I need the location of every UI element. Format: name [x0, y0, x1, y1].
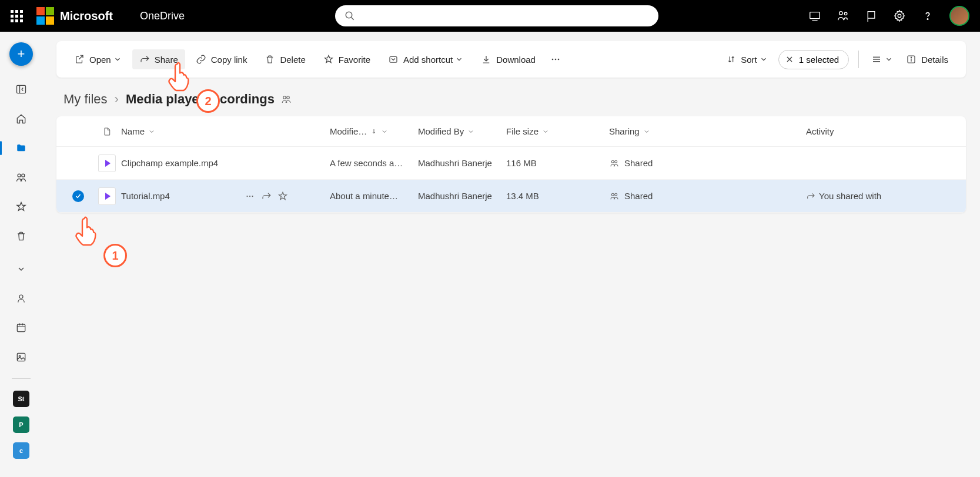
column-modified[interactable]: Modifie…	[330, 126, 418, 136]
main-content: Open Share Copy link Delete Favorite Add…	[42, 32, 980, 477]
add-new-button[interactable]: +	[9, 42, 33, 66]
help-icon[interactable]	[921, 9, 934, 22]
file-name[interactable]: Clipchamp example.mp4	[121, 158, 218, 168]
more-icon	[550, 53, 561, 65]
share-button[interactable]: Share	[132, 49, 185, 69]
app-name[interactable]: OneDrive	[140, 10, 185, 22]
svg-point-32	[615, 160, 617, 163]
search-icon	[344, 11, 355, 21]
open-button[interactable]: Open	[67, 49, 129, 69]
svg-point-6	[898, 14, 901, 18]
sharing-cell[interactable]: Shared	[609, 191, 653, 201]
open-icon	[74, 54, 85, 65]
column-modified-by[interactable]: Modified By	[418, 126, 506, 136]
row-favorite-icon[interactable]	[277, 191, 288, 201]
favorite-button[interactable]: Favorite	[316, 49, 377, 69]
brand-text: Microsoft	[60, 9, 113, 23]
breadcrumb-root[interactable]: My files	[63, 92, 108, 107]
column-sharing[interactable]: Sharing	[609, 126, 806, 136]
row-checkbox[interactable]	[72, 190, 84, 202]
svg-point-12	[19, 295, 23, 298]
chevron-down-icon	[381, 128, 388, 135]
svg-point-36	[611, 193, 614, 196]
microsoft-logo[interactable]: Microsoft	[36, 7, 113, 25]
star-icon	[323, 54, 334, 65]
svg-rect-13	[17, 324, 25, 332]
svg-point-37	[615, 193, 617, 196]
app-launcher-icon[interactable]	[7, 6, 26, 25]
app-tile-p[interactable]: P	[13, 416, 29, 433]
modified-cell: A few seconds a…	[330, 158, 418, 168]
nav-shared-icon[interactable]	[9, 167, 33, 188]
details-button[interactable]: Details	[899, 49, 955, 69]
more-actions-button[interactable]	[546, 49, 565, 70]
row-more-icon[interactable]	[245, 191, 255, 201]
svg-line-1	[351, 17, 354, 20]
search-box[interactable]	[335, 5, 658, 26]
svg-point-34	[249, 195, 250, 196]
sort-down-icon	[370, 127, 377, 136]
view-switcher-button[interactable]	[868, 49, 895, 69]
nav-calendar-icon[interactable]	[9, 317, 33, 338]
table-row[interactable]: Tutorial.mp4 About a minute… Madhushri B…	[56, 180, 966, 213]
svg-point-22	[558, 59, 560, 61]
shortcut-icon	[388, 54, 399, 65]
link-icon	[196, 54, 206, 65]
nav-files-icon[interactable]	[9, 137, 33, 159]
table-header: Name Modifie… Modified By File size Shar…	[56, 116, 966, 147]
svg-point-28	[911, 57, 912, 58]
shared-icon	[609, 192, 620, 201]
svg-point-29	[283, 96, 286, 99]
shared-icon	[609, 159, 620, 168]
left-navigation: + St P c	[0, 32, 42, 477]
settings-icon[interactable]	[893, 9, 906, 22]
sort-icon	[727, 55, 736, 64]
devices-icon[interactable]	[808, 9, 821, 22]
svg-point-31	[611, 160, 614, 163]
size-cell: 116 MB	[506, 158, 609, 168]
user-avatar[interactable]	[949, 6, 969, 26]
file-table: Name Modifie… Modified By File size Shar…	[56, 116, 966, 213]
row-share-icon[interactable]	[261, 191, 272, 201]
nav-expand-icon[interactable]	[9, 258, 33, 280]
nav-panel-icon[interactable]	[9, 79, 33, 100]
file-name[interactable]: Tutorial.mp4	[121, 191, 170, 201]
modified-cell: About a minute…	[330, 191, 418, 201]
svg-rect-8	[17, 85, 26, 93]
chevron-right-icon: ›	[115, 92, 119, 107]
modified-by-cell: Madhushri Banerje	[418, 191, 506, 201]
nav-people-icon[interactable]	[9, 288, 33, 309]
svg-point-20	[552, 59, 554, 61]
svg-point-0	[346, 12, 352, 18]
selection-count[interactable]: 1 selected	[778, 50, 849, 69]
delete-button[interactable]: Delete	[257, 49, 312, 69]
sort-button[interactable]: Sort	[720, 50, 775, 69]
download-button[interactable]: Download	[474, 49, 543, 69]
svg-point-5	[844, 12, 847, 15]
feedback-icon[interactable]	[865, 9, 878, 22]
search-input[interactable]	[361, 11, 649, 21]
nav-favorites-icon[interactable]	[9, 196, 33, 217]
add-shortcut-button[interactable]: Add shortcut	[381, 49, 470, 69]
copy-link-button[interactable]: Copy link	[189, 49, 255, 69]
close-icon[interactable]	[785, 55, 794, 64]
app-tile-st[interactable]: St	[13, 391, 29, 407]
svg-point-33	[246, 195, 247, 196]
teams-icon[interactable]	[837, 9, 849, 22]
table-row[interactable]: Clipchamp example.mp4 A few seconds a… M…	[56, 147, 966, 180]
chevron-down-icon	[885, 55, 893, 63]
nav-photos-icon[interactable]	[9, 347, 33, 368]
svg-point-35	[252, 195, 253, 196]
app-tile-c[interactable]: c	[13, 442, 29, 459]
column-name[interactable]: Name	[121, 126, 309, 136]
sharing-cell[interactable]: Shared	[609, 158, 653, 168]
file-column-icon	[102, 126, 112, 137]
chevron-down-icon	[643, 128, 650, 135]
size-cell: 13.4 MB	[506, 191, 609, 201]
column-file-size[interactable]: File size	[506, 126, 609, 136]
chevron-down-icon	[113, 55, 122, 63]
chevron-down-icon	[760, 55, 768, 63]
delete-icon	[265, 54, 275, 65]
nav-recycle-icon[interactable]	[9, 226, 33, 247]
nav-home-icon[interactable]	[9, 108, 33, 129]
